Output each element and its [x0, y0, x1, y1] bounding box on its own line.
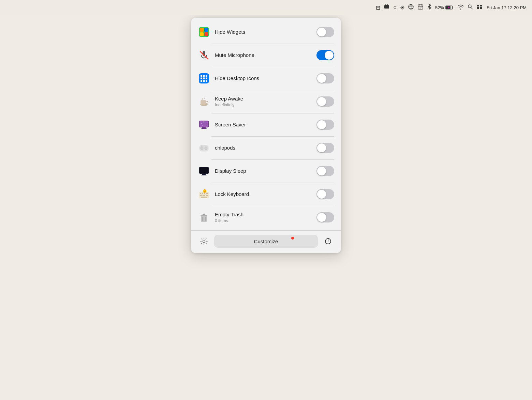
hide-desktop-icons-text: Hide Desktop Icons	[215, 75, 316, 81]
keep-awake-toggle[interactable]	[316, 96, 334, 107]
svg-rect-11	[477, 5, 479, 6]
circle-icon[interactable]: ○	[393, 4, 397, 11]
footer: Customize	[191, 230, 341, 253]
svg-rect-27	[206, 75, 207, 77]
keep-awake-label: Keep Awake	[215, 96, 316, 102]
svg-rect-32	[203, 80, 205, 82]
screen-saver-toggle[interactable]	[316, 120, 334, 130]
svg-point-40	[201, 123, 202, 124]
svg-rect-52	[201, 175, 207, 175]
empty-trash-text: Empty Trash 0 items	[215, 212, 316, 223]
settings-popup: Hide Widgets Mute Microphone	[191, 18, 341, 253]
bluetooth-icon[interactable]	[427, 4, 432, 11]
svg-rect-39	[201, 128, 207, 129]
svg-rect-31	[201, 80, 202, 82]
hide-widgets-knob	[317, 28, 326, 36]
bartender-icon[interactable]: ⊟	[376, 4, 380, 11]
lock-keyboard-toggle[interactable]	[316, 189, 334, 199]
screen-saver-knob	[317, 120, 326, 129]
svg-rect-58	[204, 193, 205, 194]
empty-trash-icon	[198, 211, 210, 224]
menubar: ⊟ ○ ✳ 17	[0, 0, 532, 15]
items-list: Hide Widgets Mute Microphone	[191, 18, 341, 229]
svg-rect-35	[201, 100, 206, 105]
svg-rect-57	[202, 193, 203, 194]
search-icon[interactable]	[468, 4, 473, 11]
svg-rect-12	[480, 5, 482, 6]
control-center-icon[interactable]	[476, 4, 483, 11]
customize-button[interactable]: Customize	[214, 235, 318, 248]
power-button[interactable]	[322, 235, 334, 247]
keep-awake-row: Keep Awake Indefinitely	[191, 90, 341, 113]
lock-keyboard-text: Lock Keyboard	[215, 191, 316, 197]
hide-desktop-icons-row: Hide Desktop Icons	[191, 67, 341, 90]
keep-awake-icon	[198, 95, 210, 108]
svg-point-72	[203, 240, 205, 243]
empty-trash-toggle[interactable]	[316, 212, 334, 222]
hide-desktop-icons-label: Hide Desktop Icons	[215, 75, 316, 81]
svg-point-43	[202, 125, 203, 126]
menubar-time: Fri Jan 17 12:20 PM	[487, 5, 527, 10]
hide-desktop-icons-toggle[interactable]	[316, 73, 334, 83]
mute-microphone-icon	[198, 49, 210, 61]
svg-rect-60	[200, 195, 202, 196]
svg-line-10	[471, 7, 472, 9]
hide-widgets-label: Hide Widgets	[215, 29, 316, 35]
mute-microphone-label: Mute Microphone	[215, 52, 316, 58]
hide-widgets-row: Hide Widgets	[191, 20, 341, 44]
screen-saver-text: Screen Saver	[215, 122, 316, 128]
svg-rect-16	[200, 28, 204, 32]
svg-rect-18	[200, 32, 204, 36]
empty-trash-label: Empty Trash	[215, 212, 316, 218]
hide-widgets-icon	[198, 26, 210, 38]
svg-rect-29	[203, 78, 205, 79]
svg-rect-30	[206, 78, 207, 79]
gear-icon-container[interactable]	[198, 235, 210, 247]
svg-point-45	[201, 147, 203, 150]
svg-rect-19	[204, 32, 208, 36]
empty-trash-row: Empty Trash 0 items	[191, 206, 341, 229]
svg-rect-0	[384, 5, 389, 9]
chlopods-label: chlopods	[215, 145, 316, 151]
svg-rect-13	[477, 7, 479, 9]
customize-label: Customize	[254, 239, 278, 244]
snowflake-icon[interactable]: ✳	[400, 4, 404, 11]
empty-trash-sublabel: 0 items	[215, 218, 316, 223]
notification-icon[interactable]	[384, 4, 390, 11]
hide-desktop-icons-icon	[198, 72, 210, 84]
keep-awake-knob	[317, 97, 326, 106]
display-sleep-icon	[198, 165, 210, 177]
svg-rect-63	[201, 197, 207, 198]
svg-rect-17	[204, 28, 208, 32]
vpn-icon[interactable]	[408, 4, 414, 11]
svg-rect-68	[203, 214, 205, 215]
chlopods-text: chlopods	[215, 145, 316, 151]
gear-icon	[200, 237, 208, 245]
lock-keyboard-knob	[317, 190, 326, 199]
calendar-icon[interactable]: 17	[417, 4, 424, 11]
chlopods-icon	[198, 142, 210, 154]
display-sleep-knob	[317, 167, 326, 175]
wifi-icon[interactable]	[457, 4, 464, 11]
mute-microphone-knob	[325, 51, 334, 60]
battery-pct: 52%	[435, 5, 444, 10]
display-sleep-label: Display Sleep	[215, 168, 316, 174]
svg-rect-62	[206, 195, 208, 196]
svg-point-41	[204, 122, 205, 123]
svg-rect-61	[203, 195, 205, 196]
chlopods-toggle[interactable]	[316, 143, 334, 153]
svg-rect-38	[202, 127, 206, 128]
empty-trash-knob	[317, 213, 326, 222]
display-sleep-row: Display Sleep	[191, 159, 341, 183]
display-sleep-toggle[interactable]	[316, 166, 334, 176]
hide-widgets-toggle[interactable]	[316, 27, 334, 37]
svg-point-47	[205, 147, 207, 150]
svg-point-42	[206, 124, 207, 124]
svg-rect-28	[201, 78, 202, 79]
mute-microphone-toggle[interactable]	[316, 50, 334, 60]
svg-rect-14	[480, 7, 482, 9]
keep-awake-text: Keep Awake Indefinitely	[215, 96, 316, 107]
customize-dot	[291, 237, 294, 240]
chlopods-row: chlopods	[191, 136, 341, 159]
svg-text:17: 17	[419, 7, 422, 9]
